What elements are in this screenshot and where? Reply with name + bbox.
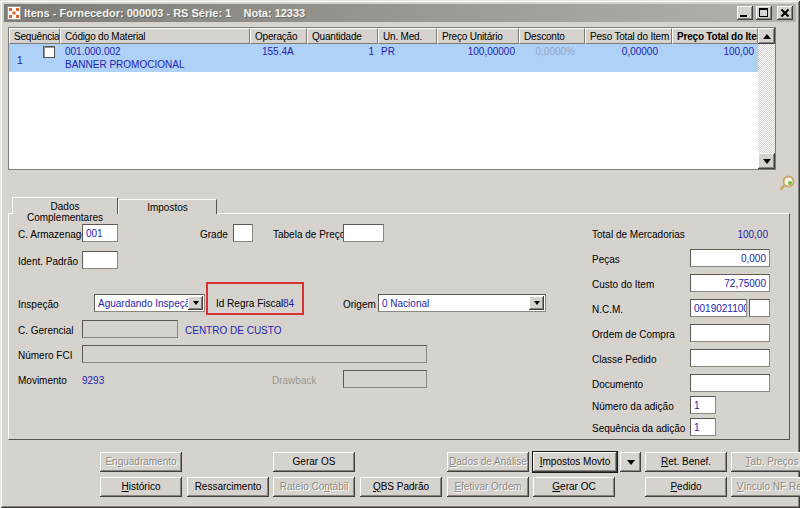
c-gerencial-field — [82, 320, 178, 338]
row-peso-total: 0,00000 — [585, 46, 658, 57]
row-sequencia: 1 — [17, 55, 23, 66]
minimize-icon — [740, 15, 747, 17]
origem-dropdown[interactable]: 0 Nacional — [378, 294, 546, 312]
scroll-up-button[interactable] — [758, 28, 775, 44]
gerar-os-button[interactable]: Gerar OS — [273, 452, 355, 472]
numero-fci-field — [82, 345, 427, 363]
row-checkbox[interactable] — [43, 46, 55, 58]
maximize-button[interactable] — [756, 6, 772, 20]
enquadramento-button: Enquadramento — [100, 452, 182, 472]
c-gerencial-label: C. Gerencial — [18, 325, 74, 336]
origem-dropdown-button[interactable] — [529, 296, 544, 310]
pecas-label: Peças — [592, 254, 620, 265]
qbs-padrao-button[interactable]: QBS Padrão — [360, 477, 442, 497]
ident-padrao-label: Ident. Padrão — [18, 256, 78, 267]
close-button[interactable] — [777, 6, 793, 20]
chevron-down-icon — [534, 301, 540, 305]
ncm-field[interactable]: 0019021100 — [690, 299, 747, 317]
tab-impostos[interactable]: Impostos — [118, 199, 217, 214]
pecas-field[interactable]: 0,000 — [690, 249, 770, 267]
tabela-preco-label: Tabela de Preço — [273, 229, 345, 240]
minimize-button[interactable] — [737, 6, 753, 20]
app-icon — [7, 6, 21, 20]
column-header-preco-unitario[interactable]: Preço Unitário — [437, 28, 519, 44]
column-header-sequencia[interactable]: Sequência — [9, 28, 60, 44]
column-header-quantidade[interactable]: Quantidade — [307, 28, 378, 44]
sequencia-adicao-label: Sequência da adição — [592, 423, 685, 434]
ncm-ex-field[interactable] — [749, 299, 770, 317]
column-header-un-med[interactable]: Un. Med. — [378, 28, 437, 44]
numero-adicao-label: Número da adição — [592, 401, 674, 412]
movimento-label: Movimento — [18, 375, 67, 386]
column-header-preco-total[interactable]: Preço Total do Item — [672, 28, 758, 44]
origem-value: 0 Nacional — [382, 298, 429, 309]
column-header-operacao[interactable]: Operação — [250, 28, 307, 44]
maximize-icon — [759, 8, 768, 17]
numero-adicao-field[interactable]: 1 — [690, 396, 716, 414]
column-header-codigo-material[interactable]: Código do Material — [60, 28, 250, 44]
ordem-compra-field[interactable] — [690, 324, 770, 342]
tabela-preco-field[interactable] — [343, 224, 384, 242]
impostos-movto-dropdown-button[interactable] — [620, 452, 641, 472]
documento-field[interactable] — [690, 374, 770, 392]
grade-label: Grade — [200, 229, 228, 240]
column-header-desconto[interactable]: Desconto — [519, 28, 585, 44]
c-gerencial-note: CENTRO DE CUSTO — [185, 325, 282, 336]
historico-button[interactable]: Histórico — [100, 477, 182, 497]
red-annotation-box — [206, 282, 304, 315]
ordem-compra-label: Ordem de Compra — [592, 329, 675, 340]
total-mercadorias-label: Total de Mercadorias — [592, 229, 685, 240]
row-quantidade: 1 — [307, 46, 374, 57]
row-operacao: 155.4A — [262, 46, 294, 57]
classe-pedido-field[interactable] — [690, 349, 770, 367]
ncm-label: N.C.M. — [592, 304, 623, 315]
dados-de-analise-button: Dados de Análise — [447, 452, 529, 472]
classe-pedido-label: Classe Pedido — [592, 354, 656, 365]
grid-header: Sequência Código do Material Operação Qu… — [9, 28, 758, 44]
chevron-down-icon — [627, 460, 635, 465]
vinculo-nf-ref-button: Vínculo NF Ref. — [731, 477, 800, 497]
row-preco-total: 100,00 — [672, 46, 754, 57]
grade-field[interactable] — [233, 224, 253, 242]
arrow-down-icon — [763, 159, 771, 164]
gerar-oc-button[interactable]: Gerar OC — [533, 477, 615, 497]
scroll-down-button[interactable] — [758, 153, 775, 169]
numero-fci-label: Número FCI — [18, 350, 72, 361]
pedido-button[interactable]: Pedido — [645, 477, 727, 497]
ressarcimento-button[interactable]: Ressarcimento — [187, 477, 269, 497]
custo-item-label: Custo do Item — [592, 279, 654, 290]
title-bar[interactable]: Itens - Fornecedor: 000003 - RS Série: 1… — [4, 4, 796, 22]
origem-label: Origem — [343, 299, 376, 310]
row-codigo-material: 001.000.002 — [65, 46, 121, 57]
row-descricao: BANNER PROMOCIONAL — [65, 59, 184, 70]
impostos-movto-button[interactable]: Impostos Movto — [533, 452, 617, 472]
custo-item-field[interactable]: 72,75000 — [690, 274, 770, 292]
drawback-label: Drawback — [272, 375, 316, 386]
inspecao-value: Aguardando Inspeção — [98, 298, 196, 309]
chevron-down-icon — [193, 301, 199, 305]
magnifier-icon[interactable] — [778, 174, 796, 192]
row-preco-unitario: 100,00000 — [437, 46, 515, 57]
tab-dados-complementares[interactable]: Dados Complementares — [12, 197, 118, 214]
inspecao-dropdown-button[interactable] — [188, 296, 203, 310]
movimento-value: 9293 — [82, 375, 104, 386]
column-header-peso-total[interactable]: Peso Total do Item — [585, 28, 672, 44]
inspecao-label: Inspeção — [18, 299, 59, 310]
items-grid: Sequência Código do Material Operação Qu… — [8, 27, 776, 170]
row-unidade: PR — [381, 46, 395, 57]
c-armazenagem-field[interactable]: 001 — [82, 224, 118, 242]
arrow-up-icon — [763, 34, 771, 39]
total-mercadorias-value: 100,00 — [690, 229, 768, 240]
rateio-contabil-button: Rateio Contábil — [273, 477, 355, 497]
documento-label: Documento — [592, 379, 643, 390]
efetivar-ordem-button: Efetivar Ordem — [447, 477, 529, 497]
window-title: Itens - Fornecedor: 000003 - RS Série: 1… — [24, 7, 734, 19]
tab-precos-button: Tab. Preços — [731, 452, 800, 472]
inspecao-dropdown[interactable]: Aguardando Inspeção — [94, 294, 205, 312]
ident-padrao-field[interactable] — [82, 251, 118, 269]
sequencia-adicao-field[interactable]: 1 — [690, 418, 716, 436]
table-row[interactable]: 1 001.000.002 BANNER PROMOCIONAL 155.4A … — [9, 44, 758, 72]
ret-benef-button[interactable]: Ret. Benef. — [645, 452, 727, 472]
items-window: Itens - Fornecedor: 000003 - RS Série: 1… — [0, 0, 800, 508]
grid-scrollbar[interactable] — [758, 28, 775, 169]
